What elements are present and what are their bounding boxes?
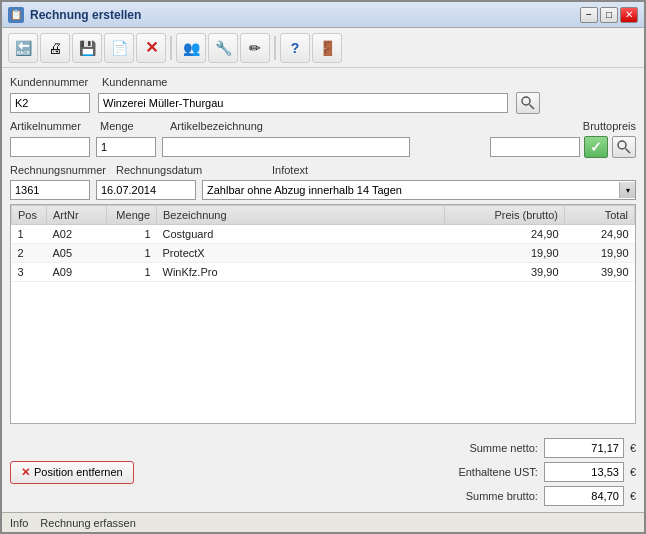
rechnungsdatum-input[interactable]	[96, 180, 196, 200]
cell-total: 24,90	[565, 225, 635, 244]
title-bar-buttons: − □ ✕	[580, 7, 638, 23]
status-bar: Info Rechnung erfassen	[2, 512, 644, 532]
remove-icon: ✕	[21, 466, 30, 479]
close-button[interactable]: ✕	[620, 7, 638, 23]
kundenname-label: Kundenname	[102, 76, 182, 88]
summe-brutto-row: Summe brutto: €	[428, 486, 636, 506]
summe-brutto-label: Summe brutto:	[428, 490, 538, 502]
summe-brutto-value	[544, 486, 624, 506]
cell-bezeichnung: ProtectX	[157, 244, 445, 263]
cell-preis: 39,90	[445, 263, 565, 282]
col-total: Total	[565, 206, 635, 225]
svg-point-0	[522, 97, 530, 105]
delete-button[interactable]: ✕	[136, 33, 166, 63]
positions-table-container: Pos ArtNr Menge Bezeichnung Preis (brutt…	[10, 204, 636, 424]
maximize-button[interactable]: □	[600, 7, 618, 23]
rechnungsnummer-input[interactable]	[10, 180, 90, 200]
svg-line-3	[626, 149, 631, 154]
menge-label: Menge	[100, 120, 160, 132]
minimize-button[interactable]: −	[580, 7, 598, 23]
title-bar-left: 📋 Rechnung erstellen	[8, 7, 141, 23]
customer-labels-row: Kundennummer Kundenname	[10, 76, 636, 88]
status-text: Rechnung erfassen	[40, 517, 135, 529]
cell-pos: 1	[12, 225, 47, 244]
new-button[interactable]: 📄	[104, 33, 134, 63]
euro-sign-1: €	[630, 442, 636, 454]
cell-preis: 19,90	[445, 244, 565, 263]
table-header-row: Pos ArtNr Menge Bezeichnung Preis (brutt…	[12, 206, 635, 225]
rechnungsnummer-label: Rechnungsnummer	[10, 164, 106, 176]
title-bar: 📋 Rechnung erstellen − □ ✕	[2, 2, 644, 28]
customer-fields-row	[10, 92, 636, 114]
cell-artnr: A09	[47, 263, 107, 282]
bruttopreis-input[interactable]	[490, 137, 580, 157]
enthaltene-ust-row: Enthaltene UST: €	[428, 462, 636, 482]
kundennummer-label: Kundennummer	[10, 76, 90, 88]
infotext-dropdown-arrow[interactable]: ▾	[619, 182, 635, 198]
cell-artnr: A02	[47, 225, 107, 244]
cell-preis: 24,90	[445, 225, 565, 244]
artikel-search-button[interactable]	[612, 136, 636, 158]
bruttopreis-group: ✓	[490, 136, 636, 158]
cell-bezeichnung: WinKfz.Pro	[157, 263, 445, 282]
bruttopreis-label: Bruttopreis	[556, 120, 636, 132]
cell-pos: 3	[12, 263, 47, 282]
info-label: Info	[10, 517, 28, 529]
cell-menge: 1	[107, 225, 157, 244]
kundennummer-input[interactable]	[10, 93, 90, 113]
artikelnummer-label: Artikelnummer	[10, 120, 90, 132]
window-icon: 📋	[8, 7, 24, 23]
artikel-fields-row: ✓	[10, 136, 636, 158]
toolbar-separator-2	[274, 36, 276, 60]
form-content: Kundennummer Kundenname Artikelnummer Me…	[2, 68, 644, 432]
remove-button-label: Position entfernen	[34, 466, 123, 478]
enthaltene-ust-value	[544, 462, 624, 482]
rechnungsdatum-label: Rechnungsdatum	[116, 164, 216, 176]
users-button[interactable]: 👥	[176, 33, 206, 63]
col-bezeichnung: Bezeichnung	[157, 206, 445, 225]
totals-section: Summe netto: € Enthaltene UST: € Summe b…	[428, 438, 636, 506]
table-row[interactable]: 1 A02 1 Costguard 24,90 24,90	[12, 225, 635, 244]
infotext-label: Infotext	[272, 164, 352, 176]
save-button[interactable]: 💾	[72, 33, 102, 63]
summe-netto-label: Summe netto:	[428, 442, 538, 454]
rechnung-fields-row: Zahlbar ohne Abzug innerhalb 14 Tagen ▾	[10, 180, 636, 200]
col-preis: Preis (brutto)	[445, 206, 565, 225]
euro-sign-3: €	[630, 490, 636, 502]
remove-position-button[interactable]: ✕ Position entfernen	[10, 461, 134, 484]
table-body: 1 A02 1 Costguard 24,90 24,90 2 A05 1 Pr…	[12, 225, 635, 282]
back-button[interactable]: 🔙	[8, 33, 38, 63]
footer-bar: ✕ Position entfernen Summe netto: € Enth…	[2, 432, 644, 512]
exit-button[interactable]: 🚪	[312, 33, 342, 63]
tools-button[interactable]: 🔧	[208, 33, 238, 63]
cell-total: 19,90	[565, 244, 635, 263]
artikelnummer-input[interactable]	[10, 137, 90, 157]
artikelbezeichnung-label: Artikelbezeichnung	[170, 120, 370, 132]
infotext-dropdown[interactable]: Zahlbar ohne Abzug innerhalb 14 Tagen ▾	[202, 180, 636, 200]
col-pos: Pos	[12, 206, 47, 225]
menge-input[interactable]	[96, 137, 156, 157]
rechnung-labels-row: Rechnungsnummer Rechnungsdatum Infotext	[10, 164, 636, 176]
print-button[interactable]: 🖨	[40, 33, 70, 63]
edit-button[interactable]: ✏	[240, 33, 270, 63]
cell-artnr: A05	[47, 244, 107, 263]
summe-netto-value	[544, 438, 624, 458]
svg-line-1	[530, 105, 535, 110]
euro-sign-2: €	[630, 466, 636, 478]
col-menge: Menge	[107, 206, 157, 225]
infotext-value: Zahlbar ohne Abzug innerhalb 14 Tagen	[207, 184, 402, 196]
main-window: 📋 Rechnung erstellen − □ ✕ 🔙 🖨 💾 📄 ✕ 👥 🔧…	[0, 0, 646, 534]
artikelbezeichnung-input[interactable]	[162, 137, 410, 157]
cell-total: 39,90	[565, 263, 635, 282]
summe-netto-row: Summe netto: €	[428, 438, 636, 458]
cell-bezeichnung: Costguard	[157, 225, 445, 244]
table-row[interactable]: 3 A09 1 WinKfz.Pro 39,90 39,90	[12, 263, 635, 282]
col-artnr: ArtNr	[47, 206, 107, 225]
help-button[interactable]: ?	[280, 33, 310, 63]
confirm-button[interactable]: ✓	[584, 136, 608, 158]
toolbar-separator-1	[170, 36, 172, 60]
window-title: Rechnung erstellen	[30, 8, 141, 22]
kundenname-input[interactable]	[98, 93, 508, 113]
table-row[interactable]: 2 A05 1 ProtectX 19,90 19,90	[12, 244, 635, 263]
customer-search-button[interactable]	[516, 92, 540, 114]
